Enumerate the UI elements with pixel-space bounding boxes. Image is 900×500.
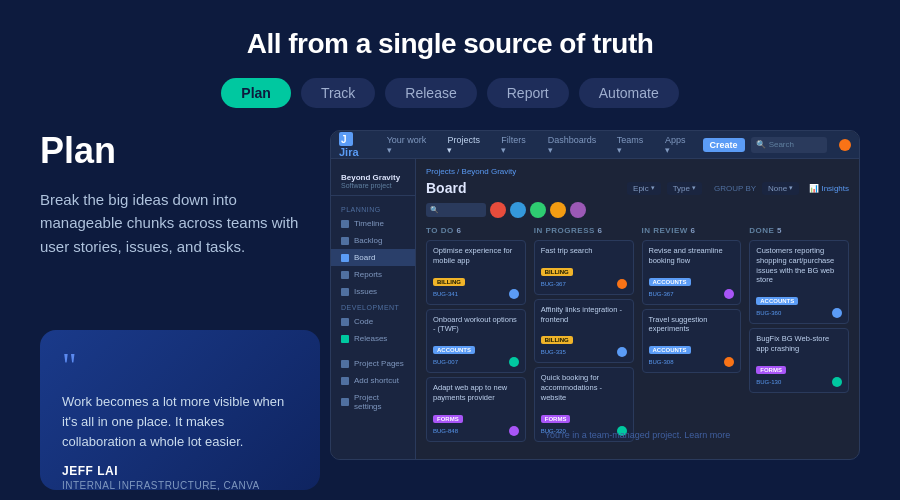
avatar-row: 🔍	[426, 202, 849, 218]
inprogress-cards: Fast trip search BILLING BUG-367 Affinit…	[534, 240, 634, 442]
done-cards: Customers reporting shopping cart/purcha…	[749, 240, 849, 393]
project-type: Software project	[341, 182, 405, 189]
sidebar-item-releases[interactable]: Releases	[331, 330, 415, 347]
breadcrumb: Projects / Beyond Gravity	[426, 167, 849, 176]
card-avatar	[617, 347, 627, 357]
card-ip-2[interactable]: Affinity links integration - frontend BI…	[534, 299, 634, 364]
sidebar-item-timeline[interactable]: Timeline	[331, 215, 415, 232]
sidebar-item-project-pages[interactable]: Project Pages	[331, 355, 415, 372]
sidebar-item-board[interactable]: Board	[331, 249, 415, 266]
card-avatar	[832, 377, 842, 387]
jira-nav-apps[interactable]: Apps ▾	[660, 133, 697, 157]
shortcut-icon	[341, 377, 349, 385]
avatar-5	[570, 202, 586, 218]
tab-automate[interactable]: Automate	[579, 78, 679, 108]
sidebar-item-backlog[interactable]: Backlog	[331, 232, 415, 249]
insights-btn[interactable]: 📊 Insights	[809, 184, 849, 193]
jira-nav-teams[interactable]: Teams ▾	[612, 133, 654, 157]
board-icon	[341, 254, 349, 262]
card-avatar	[509, 289, 519, 299]
user-avatar	[839, 139, 851, 151]
todo-cards: Optimise experience for mobile app BILLI…	[426, 240, 526, 442]
card-ip-1[interactable]: Fast trip search BILLING BUG-367	[534, 240, 634, 295]
jira-panel: J Jira Your work ▾ Projects ▾ Filters ▾ …	[330, 130, 860, 460]
card-avatar	[724, 289, 734, 299]
search-icon: 🔍	[756, 140, 766, 149]
jira-project-header: Beyond Gravity Software project	[331, 167, 415, 196]
jira-logo: J Jira	[339, 131, 376, 157]
jira-content: Beyond Gravity Software project PLANNING…	[331, 159, 859, 459]
sidebar-item-project-settings[interactable]: Project settings	[331, 389, 415, 415]
code-icon	[341, 318, 349, 326]
card-tag: BILLING	[541, 268, 573, 276]
col-done-header: DONE 5	[749, 226, 849, 235]
card-todo-2[interactable]: Onboard workout options - (TWF) ACCOUNTS…	[426, 309, 526, 374]
settings-icon	[341, 398, 349, 406]
svg-text:J: J	[341, 134, 347, 145]
kanban-board: TO DO 6 Optimise experience for mobile a…	[426, 226, 849, 426]
card-tag: BILLING	[541, 336, 573, 344]
sidebar-planning-label: PLANNING	[331, 202, 415, 215]
card-todo-3[interactable]: Adapt web app to new payments provider F…	[426, 377, 526, 442]
nav-tabs: Plan Track Release Report Automate	[0, 78, 900, 108]
main-content: Plan Break the big ideas down into manag…	[0, 130, 900, 460]
releases-icon	[341, 335, 349, 343]
sidebar-item-reports[interactable]: Reports	[331, 266, 415, 283]
jira-board-area: Projects / Beyond Gravity Board Epic Typ…	[416, 159, 859, 459]
card-done-2[interactable]: BugFix BG Web-store app crashing FORMS B…	[749, 328, 849, 393]
card-tag: FORMS	[541, 415, 571, 423]
quote-text: Work becomes a lot more visible when it'…	[62, 392, 298, 452]
left-panel: Plan Break the big ideas down into manag…	[40, 130, 300, 460]
epic-filter[interactable]: Epic	[627, 182, 661, 195]
sidebar-item-code[interactable]: Code	[331, 313, 415, 330]
card-avatar	[509, 357, 519, 367]
type-filter[interactable]: Type	[667, 182, 702, 195]
quote-author: JEFF LAI	[62, 464, 298, 478]
tab-track[interactable]: Track	[301, 78, 375, 108]
card-tag: ACCOUNTS	[756, 297, 798, 305]
inreview-cards: Revise and streamline booking flow ACCOU…	[642, 240, 742, 373]
jira-nav-yourwork[interactable]: Your work ▾	[382, 133, 437, 157]
card-done-1[interactable]: Customers reporting shopping cart/purcha…	[749, 240, 849, 324]
tab-release[interactable]: Release	[385, 78, 476, 108]
quote-mark: "	[62, 348, 298, 384]
col-inreview-header: IN REVIEW 6	[642, 226, 742, 235]
tab-plan[interactable]: Plan	[221, 78, 291, 108]
section-title: Plan	[40, 130, 300, 172]
jira-nav-dashboards[interactable]: Dashboards ▾	[543, 133, 606, 157]
col-todo: TO DO 6 Optimise experience for mobile a…	[426, 226, 526, 426]
col-inreview: IN REVIEW 6 Revise and streamline bookin…	[642, 226, 742, 426]
jira-nav-filters[interactable]: Filters ▾	[496, 133, 536, 157]
board-title: Board	[426, 180, 466, 196]
card-todo-1[interactable]: Optimise experience for mobile app BILLI…	[426, 240, 526, 305]
card-tag: BILLING	[433, 278, 465, 286]
sidebar-item-add-shortcut[interactable]: Add shortcut	[331, 372, 415, 389]
card-tag: FORMS	[433, 415, 463, 423]
board-filters: Epic Type GROUP BY None 📊 Insights	[627, 182, 849, 195]
card-avatar	[724, 357, 734, 367]
avatar-1	[490, 202, 506, 218]
card-ir-2[interactable]: Travel suggestion experiments ACCOUNTS B…	[642, 309, 742, 374]
quote-company: INTERNAL INFRASTRUCTURE, CANVA	[62, 480, 298, 491]
quote-section: " Work becomes a lot more visible when i…	[40, 330, 320, 490]
project-name: Beyond Gravity	[341, 173, 405, 182]
avatar-4	[550, 202, 566, 218]
sidebar-dev-label: DEVELOPMENT	[331, 300, 415, 313]
tab-report[interactable]: Report	[487, 78, 569, 108]
jira-sidebar: Beyond Gravity Software project PLANNING…	[331, 159, 416, 459]
backlog-icon	[341, 237, 349, 245]
jira-create-button[interactable]: Create	[703, 138, 745, 152]
sidebar-item-issues[interactable]: Issues	[331, 283, 415, 300]
group-by-label: GROUP BY	[714, 184, 756, 193]
card-tag: FORMS	[756, 366, 786, 374]
jira-search[interactable]: 🔍 Search	[751, 137, 827, 153]
card-avatar	[832, 308, 842, 318]
card-avatar	[617, 279, 627, 289]
card-avatar	[509, 426, 519, 436]
header: All from a single source of truth	[0, 0, 900, 78]
jira-topbar: J Jira Your work ▾ Projects ▾ Filters ▾ …	[331, 131, 859, 159]
col-inprogress-header: IN PROGRESS 6	[534, 226, 634, 235]
card-ir-1[interactable]: Revise and streamline booking flow ACCOU…	[642, 240, 742, 305]
jira-nav-projects[interactable]: Projects ▾	[442, 133, 490, 157]
none-filter[interactable]: None	[762, 182, 799, 195]
